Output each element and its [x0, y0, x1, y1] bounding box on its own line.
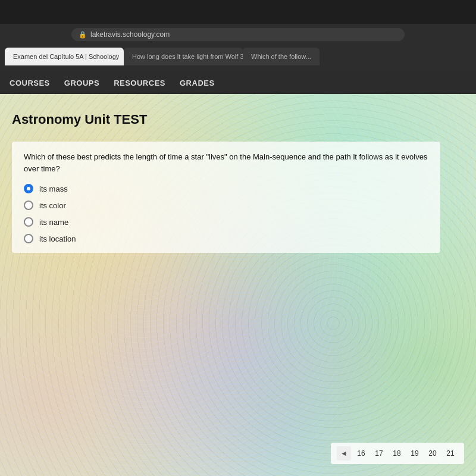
page-num-17[interactable]: 17 [371, 446, 387, 461]
browser-tab-1[interactable]: How long does it take light from Wolf 35… [124, 48, 243, 65]
option-label-3: its location [39, 234, 76, 243]
browser-tab-2[interactable]: Which of the follow... [243, 48, 320, 65]
option-label-2: its name [39, 218, 68, 227]
question-text: Which of these best predicts the length … [24, 151, 428, 174]
page-title: Astronomy Unit TEST [12, 112, 464, 127]
option-item-2[interactable]: its name [24, 217, 428, 227]
page-num-19[interactable]: 19 [407, 446, 422, 461]
radio-name[interactable] [24, 217, 33, 227]
page-num-18[interactable]: 18 [389, 446, 405, 461]
content-overlay: Astronomy Unit TEST Which of these best … [0, 94, 476, 265]
radio-color[interactable] [24, 201, 33, 210]
browser-chrome: 🔒 laketravis.schoology.com Examen del Ca… [0, 0, 476, 71]
page-num-16[interactable]: 16 [353, 446, 369, 461]
nav-groups[interactable]: GROUPS [64, 79, 99, 87]
options-list: its mass its color its name its location [24, 184, 428, 243]
nav-grades[interactable]: GRADES [180, 79, 215, 87]
nav-resources[interactable]: RESOURCES [114, 79, 165, 87]
browser-tab-active[interactable]: Examen del Capítulo 5A | Schoology [5, 48, 124, 65]
lock-icon: 🔒 [79, 31, 87, 39]
pagination-bar: ◄ 16 17 18 19 20 21 [331, 443, 464, 464]
browser-tabs-row: Examen del Capítulo 5A | Schoology How l… [0, 45, 476, 65]
option-item-0[interactable]: its mass [24, 184, 428, 193]
radio-location[interactable] [24, 234, 33, 243]
option-item-1[interactable]: its color [24, 201, 428, 210]
page-num-21[interactable]: 21 [443, 446, 458, 461]
option-item-3[interactable]: its location [24, 234, 428, 243]
page-num-20[interactable]: 20 [425, 446, 440, 461]
address-bar[interactable]: 🔒 laketravis.schoology.com [71, 28, 405, 41]
question-container: Which of these best predicts the length … [12, 142, 440, 253]
option-label-1: its color [39, 201, 66, 210]
option-label-0: its mass [39, 184, 68, 193]
prev-page-button[interactable]: ◄ [337, 446, 351, 461]
address-text: laketravis.schoology.com [90, 30, 170, 39]
main-content: Astronomy Unit TEST Which of these best … [0, 94, 476, 476]
radio-mass[interactable] [24, 184, 33, 193]
browser-top-bar [0, 0, 476, 24]
nav-courses[interactable]: COURSES [10, 79, 50, 87]
address-bar-row: 🔒 laketravis.schoology.com [0, 24, 476, 45]
schoology-navbar: COURSES GROUPS RESOURCES GRADES [0, 71, 476, 94]
